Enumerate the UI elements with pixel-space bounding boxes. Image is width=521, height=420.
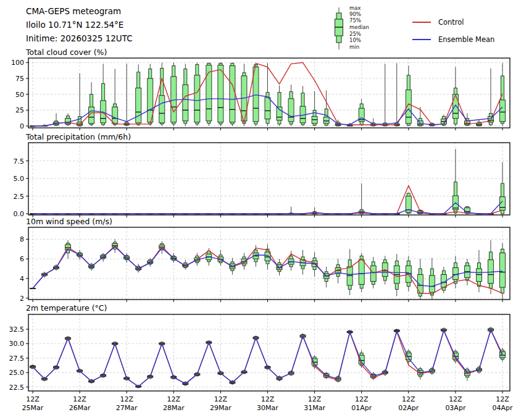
meteogram-chart: 02550751000.02.55.07.5246822.525.027.530… <box>0 0 521 420</box>
svg-text:12Z: 12Z <box>73 395 86 403</box>
meteogram-page: { "header": { "app_title": "CMA-GEPS met… <box>0 0 521 420</box>
legend-10-label: 10% <box>349 37 361 43</box>
ensemble-mean-legend-label: Ensemble Mean <box>438 35 494 44</box>
legend-25-label: 25% <box>349 31 361 37</box>
panel-title-cloud-cover: Total cloud cover (%) <box>26 48 107 57</box>
svg-text:04Apr: 04Apr <box>492 404 513 412</box>
ensemble-mean-legend-row: Ensemble Mean <box>412 31 494 48</box>
svg-text:0.0: 0.0 <box>14 210 25 218</box>
svg-text:25.0: 25.0 <box>9 369 25 377</box>
init-time-line: Initime: 20260325 12UTC <box>26 32 133 45</box>
control-legend-row: Control <box>412 14 494 31</box>
svg-text:03Apr: 03Apr <box>445 404 466 412</box>
legend-max-label: max <box>349 5 361 11</box>
svg-text:29Mar: 29Mar <box>210 404 231 412</box>
svg-text:8: 8 <box>20 235 24 243</box>
svg-text:01Apr: 01Apr <box>351 404 372 412</box>
ensemble-mean-line-swatch-icon <box>412 39 431 40</box>
svg-text:27Mar: 27Mar <box>116 404 138 412</box>
svg-text:100: 100 <box>11 59 24 67</box>
svg-text:25: 25 <box>15 106 24 114</box>
panel-title-wind-speed: 10m wind speed (m/s) <box>26 217 112 226</box>
svg-text:31Mar: 31Mar <box>304 404 325 412</box>
svg-text:12Z: 12Z <box>496 395 509 403</box>
boxplot-glyph-icon <box>332 6 346 51</box>
svg-text:25Mar: 25Mar <box>22 404 44 412</box>
svg-text:32.5: 32.5 <box>9 326 25 334</box>
svg-text:7.5: 7.5 <box>14 158 25 166</box>
line-legend: Control Ensemble Mean <box>412 14 494 48</box>
svg-text:75: 75 <box>15 75 24 83</box>
svg-text:27.5: 27.5 <box>9 355 25 363</box>
svg-text:30.0: 30.0 <box>9 340 25 348</box>
svg-text:12Z: 12Z <box>26 395 40 403</box>
svg-text:12Z: 12Z <box>449 395 462 403</box>
control-line-swatch-icon <box>412 22 431 23</box>
svg-text:12Z: 12Z <box>355 395 369 403</box>
legend-90-label: 90% <box>349 11 361 17</box>
panel-title-temperature: 2m temperature (°C) <box>26 303 107 313</box>
legend-75-label: 75% <box>349 17 361 23</box>
svg-text:02Apr: 02Apr <box>398 404 419 412</box>
svg-text:30Mar: 30Mar <box>257 404 278 412</box>
legend-median-label: median <box>349 24 369 30</box>
boxplot-legend: max 90% 75% median 25% 10% min <box>332 5 406 52</box>
svg-text:26Mar: 26Mar <box>69 404 91 412</box>
svg-text:22.5: 22.5 <box>9 384 25 392</box>
control-legend-label: Control <box>438 18 464 27</box>
header-block: CMA-GEPS meteogram Iloilo 10.71°N 122.54… <box>26 4 133 45</box>
svg-text:12Z: 12Z <box>402 395 415 403</box>
svg-text:50: 50 <box>15 91 24 99</box>
location-line: Iloilo 10.71°N 122.54°E <box>26 18 133 32</box>
svg-text:12Z: 12Z <box>261 395 275 403</box>
svg-text:2.5: 2.5 <box>14 193 25 201</box>
svg-text:12Z: 12Z <box>167 395 181 403</box>
svg-text:12Z: 12Z <box>308 395 322 403</box>
svg-text:2: 2 <box>20 295 24 303</box>
svg-text:0: 0 <box>20 122 24 130</box>
svg-text:12Z: 12Z <box>214 395 228 403</box>
chart-title: CMA-GEPS meteogram <box>26 4 133 18</box>
panel-title-precipitation: Total precipitation (mm/6h) <box>26 132 131 141</box>
svg-text:12Z: 12Z <box>120 395 133 403</box>
legend-min-label: min <box>349 44 359 50</box>
svg-text:4: 4 <box>20 275 24 283</box>
svg-text:5.0: 5.0 <box>14 175 25 183</box>
svg-text:6: 6 <box>20 255 24 263</box>
svg-text:28Mar: 28Mar <box>163 404 185 412</box>
